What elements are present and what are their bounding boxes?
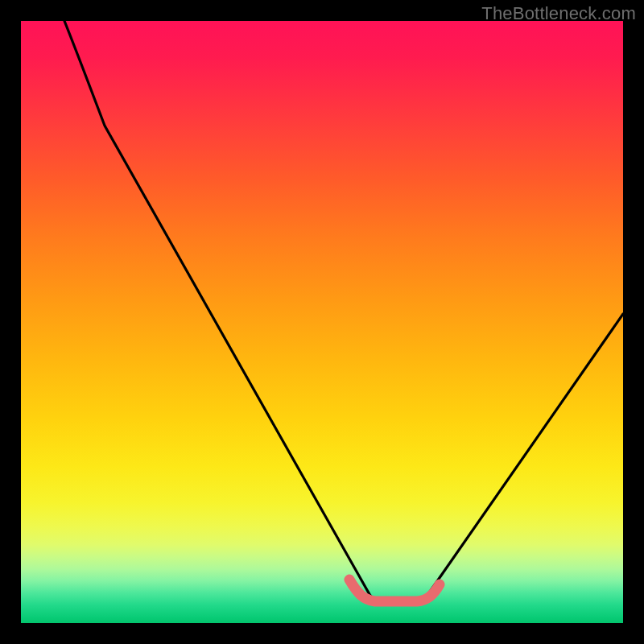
watermark-text: TheBottleneck.com xyxy=(481,3,636,24)
chart-stage: TheBottleneck.com xyxy=(0,0,644,644)
bottleneck-curve xyxy=(64,21,623,601)
curve-svg xyxy=(21,21,623,623)
plot-area xyxy=(21,21,623,623)
